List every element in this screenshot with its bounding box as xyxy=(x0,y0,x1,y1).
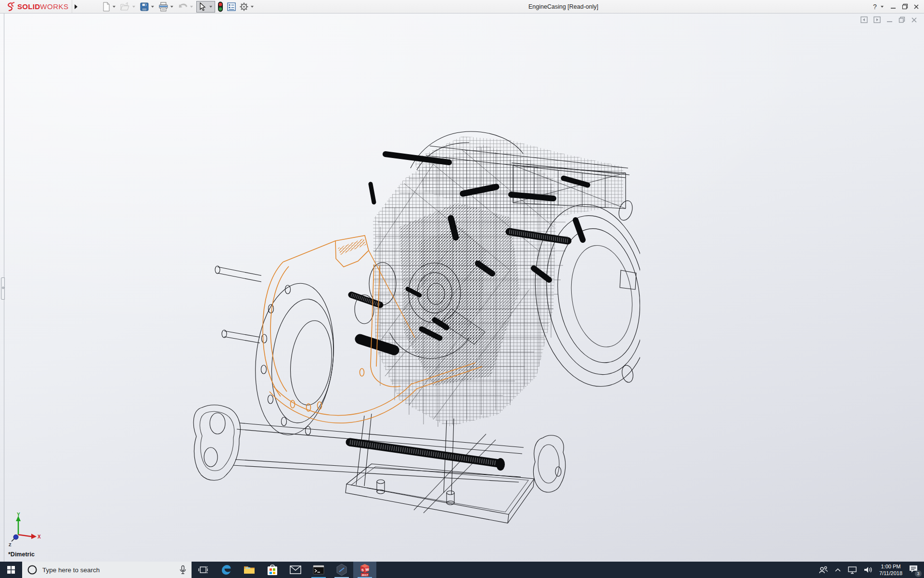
engine-casing-wireframe-model[interactable] xyxy=(159,121,640,525)
titlebar: SOLIDWORKS xyxy=(0,0,924,13)
volume-icon[interactable] xyxy=(863,566,873,574)
undo-icon xyxy=(178,2,188,11)
solidworks-mark-icon xyxy=(5,2,17,12)
save-button[interactable] xyxy=(139,1,156,13)
graphics-viewport[interactable]: Y X Z *Dimetric xyxy=(0,13,924,562)
tray-overflow-chevron-icon[interactable] xyxy=(834,567,841,572)
new-document-icon xyxy=(102,2,111,12)
select-cursor-icon xyxy=(198,2,207,12)
file-explorer-icon xyxy=(244,565,255,575)
rebuild-button[interactable] xyxy=(216,1,225,13)
notification-badge: 3 xyxy=(915,570,922,577)
windows-logo-icon xyxy=(7,566,15,574)
windows-taskbar: Type here to search xyxy=(0,562,924,578)
feature-manager-collapsed-tab[interactable] xyxy=(1,277,5,300)
window-title: EngineCasing [Read-only] xyxy=(528,0,598,13)
minimize-button[interactable] xyxy=(887,0,899,13)
svg-text:Z: Z xyxy=(9,542,12,547)
people-icon[interactable] xyxy=(819,565,828,574)
select-tool-button[interactable] xyxy=(196,1,215,13)
properties-button[interactable] xyxy=(226,1,237,13)
new-dropdown[interactable] xyxy=(113,6,116,8)
edge-button[interactable] xyxy=(215,562,238,578)
network-icon[interactable] xyxy=(847,566,857,574)
rod-end-cap xyxy=(496,458,505,471)
microphone-icon[interactable] xyxy=(179,565,187,575)
pane-right-button[interactable] xyxy=(873,16,881,23)
brand-solid: SOLID xyxy=(17,2,40,11)
svg-text:W: W xyxy=(366,567,370,572)
triad-z-axis: Z xyxy=(9,535,18,547)
close-button[interactable] xyxy=(911,0,922,13)
print-dropdown[interactable] xyxy=(170,6,173,8)
pane-left-button[interactable] xyxy=(860,16,868,23)
options-button[interactable] xyxy=(238,1,256,13)
task-view-button[interactable] xyxy=(192,562,215,578)
triad-y-axis: Y xyxy=(16,512,21,535)
taskbar-apps: S W 2017 xyxy=(192,562,376,578)
flyout-triangle-icon xyxy=(74,4,78,10)
restore-button[interactable] xyxy=(899,0,911,13)
file-explorer-button[interactable] xyxy=(238,562,261,578)
mail-icon xyxy=(290,565,301,574)
print-icon xyxy=(158,2,168,12)
restore-icon xyxy=(902,3,908,10)
svg-text:X: X xyxy=(38,534,41,539)
solidworks-2017-button[interactable]: S W 2017 xyxy=(353,562,376,578)
solidworks-app-icon: S W 2017 xyxy=(359,563,371,577)
properties-list-icon xyxy=(227,2,236,12)
action-center-button[interactable]: 3 xyxy=(909,565,918,575)
save-icon xyxy=(140,2,149,12)
open-folder-icon xyxy=(120,2,130,12)
open-dropdown[interactable] xyxy=(132,6,135,8)
doc-restore-button[interactable] xyxy=(898,16,905,23)
window-controls: ? xyxy=(869,0,922,13)
minimize-icon xyxy=(890,4,896,10)
doc-minimize-button[interactable] xyxy=(886,17,893,23)
document-window-controls xyxy=(860,16,917,23)
close-icon xyxy=(913,4,919,10)
gear-icon xyxy=(239,2,249,12)
panel-tab-handle-icon xyxy=(2,287,4,289)
search-placeholder: Type here to search xyxy=(42,566,100,574)
brand-works: WORKS xyxy=(40,2,68,11)
system-tray: 1:00 PM 7/11/2018 3 xyxy=(813,562,924,578)
mail-button[interactable] xyxy=(284,562,307,578)
standard-toolbar xyxy=(101,0,257,13)
store-button[interactable] xyxy=(261,562,284,578)
svg-text:S: S xyxy=(361,568,364,572)
taskbar-clock[interactable]: 1:00 PM 7/11/2018 xyxy=(879,563,902,577)
help-dropdown[interactable] xyxy=(881,6,884,8)
start-button[interactable] xyxy=(0,562,22,578)
triad-x-axis: X xyxy=(18,534,41,539)
undo-dropdown[interactable] xyxy=(190,6,193,8)
taskbar-search-input[interactable]: Type here to search xyxy=(22,562,192,578)
print-button[interactable] xyxy=(157,1,176,13)
open-button[interactable] xyxy=(119,1,138,13)
options-dropdown[interactable] xyxy=(251,6,254,8)
task-view-icon xyxy=(198,565,208,574)
view-orientation-label: *Dimetric xyxy=(8,551,35,558)
select-dropdown[interactable] xyxy=(209,6,212,8)
traffic-light-icon xyxy=(217,1,224,12)
orientation-triad: Y X Z xyxy=(4,512,47,551)
help-button[interactable]: ? xyxy=(869,0,881,13)
store-icon xyxy=(267,564,278,576)
hex-app-button[interactable] xyxy=(330,562,353,578)
command-prompt-icon xyxy=(313,565,324,575)
svg-text:Y: Y xyxy=(17,512,20,517)
edge-icon xyxy=(220,564,232,576)
save-dropdown[interactable] xyxy=(151,6,154,8)
new-document-button[interactable] xyxy=(101,1,118,13)
undo-button[interactable] xyxy=(177,1,195,13)
solidworks-logo: SOLIDWORKS xyxy=(0,0,72,13)
command-prompt-button[interactable] xyxy=(307,562,330,578)
toolbar-flyout-arrow[interactable] xyxy=(72,0,80,13)
tray-date: 7/11/2018 xyxy=(879,570,902,577)
cortana-icon xyxy=(27,565,38,575)
tray-time: 1:00 PM xyxy=(881,563,900,570)
svg-text:2017: 2017 xyxy=(362,574,369,577)
hex-app-icon xyxy=(336,564,347,576)
doc-close-button[interactable] xyxy=(911,17,917,23)
